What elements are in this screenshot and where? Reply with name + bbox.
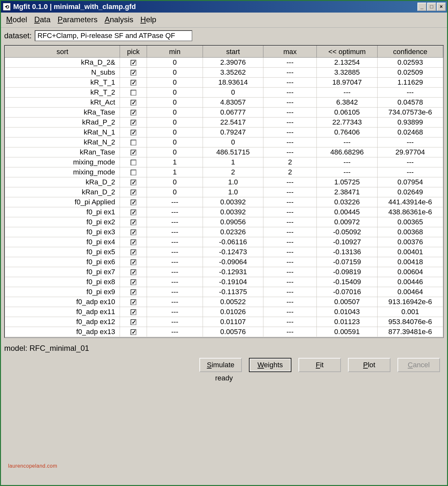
cell-conf[interactable]: 0.93899 bbox=[377, 117, 443, 127]
cell-min[interactable]: --- bbox=[147, 327, 203, 337]
cell-sort[interactable]: f0_adp ex11 bbox=[5, 307, 120, 317]
cell-sort[interactable]: kR_T_2 bbox=[5, 88, 120, 98]
pick-checkbox[interactable] bbox=[131, 90, 136, 96]
cell-max[interactable]: --- bbox=[263, 207, 317, 217]
cell-start[interactable]: 0 bbox=[203, 88, 263, 98]
pick-checkbox[interactable] bbox=[131, 100, 136, 106]
cell-start[interactable]: 2 bbox=[203, 167, 263, 177]
cell-max[interactable]: 2 bbox=[263, 157, 317, 167]
cell-max[interactable]: --- bbox=[263, 147, 317, 157]
cell-pick[interactable] bbox=[120, 177, 147, 187]
cell-conf[interactable]: 1.11629 bbox=[377, 78, 443, 88]
pick-checkbox[interactable] bbox=[131, 329, 136, 335]
cell-start[interactable]: 0.00522 bbox=[203, 297, 263, 307]
cell-sort[interactable]: kRa_D_2 bbox=[5, 177, 120, 187]
cell-start[interactable]: -0.12931 bbox=[203, 267, 263, 277]
cell-min[interactable]: --- bbox=[147, 237, 203, 247]
cell-start[interactable]: 2.39076 bbox=[203, 58, 263, 68]
pick-checkbox[interactable] bbox=[131, 150, 136, 155]
cell-max[interactable]: --- bbox=[263, 197, 317, 207]
pick-checkbox[interactable] bbox=[131, 190, 136, 195]
cancel-button[interactable]: Cancel bbox=[398, 358, 440, 372]
cell-min[interactable]: --- bbox=[147, 307, 203, 317]
col-header-pick[interactable]: pick bbox=[120, 46, 147, 58]
cell-start[interactable]: 0.00392 bbox=[203, 207, 263, 217]
cell-pick[interactable] bbox=[120, 237, 147, 247]
cell-pick[interactable] bbox=[120, 127, 147, 137]
cell-start[interactable]: 1 bbox=[203, 157, 263, 167]
fit-button[interactable]: Fit bbox=[298, 358, 341, 372]
pick-checkbox[interactable] bbox=[131, 279, 136, 285]
cell-max[interactable]: 2 bbox=[263, 167, 317, 177]
pick-checkbox[interactable] bbox=[131, 269, 136, 275]
cell-max[interactable]: --- bbox=[263, 217, 317, 227]
cell-opt[interactable]: -0.05092 bbox=[317, 227, 378, 237]
pick-checkbox[interactable] bbox=[131, 200, 136, 205]
pick-checkbox[interactable] bbox=[131, 299, 136, 305]
cell-conf[interactable]: 438.86361e-6 bbox=[377, 207, 443, 217]
cell-min[interactable]: 1 bbox=[147, 157, 203, 167]
simulate-button[interactable]: Simulate bbox=[199, 358, 242, 372]
pick-checkbox[interactable] bbox=[131, 120, 136, 126]
cell-opt[interactable]: -0.13136 bbox=[317, 247, 378, 257]
cell-start[interactable]: 0.01026 bbox=[203, 307, 263, 317]
cell-conf[interactable]: 0.02468 bbox=[377, 127, 443, 137]
cell-min[interactable]: --- bbox=[147, 297, 203, 307]
cell-conf[interactable]: 0.001 bbox=[377, 307, 443, 317]
pick-checkbox[interactable] bbox=[131, 180, 136, 185]
cell-min[interactable]: 0 bbox=[147, 78, 203, 88]
cell-min[interactable]: --- bbox=[147, 217, 203, 227]
cell-conf[interactable]: --- bbox=[377, 88, 443, 98]
cell-opt[interactable]: --- bbox=[317, 137, 378, 147]
cell-min[interactable]: 0 bbox=[147, 68, 203, 78]
cell-conf[interactable]: 734.07573e-6 bbox=[377, 107, 443, 117]
cell-sort[interactable]: kRan_D_2 bbox=[5, 187, 120, 197]
cell-max[interactable]: --- bbox=[263, 237, 317, 247]
cell-conf[interactable]: 0.00401 bbox=[377, 247, 443, 257]
cell-pick[interactable] bbox=[120, 317, 147, 327]
cell-sort[interactable]: kRan_Tase bbox=[5, 147, 120, 157]
cell-pick[interactable] bbox=[120, 267, 147, 277]
cell-sort[interactable]: mixing_mode bbox=[5, 167, 120, 177]
cell-max[interactable]: --- bbox=[263, 177, 317, 187]
cell-conf[interactable]: 913.16942e-6 bbox=[377, 297, 443, 307]
cell-start[interactable]: -0.12473 bbox=[203, 247, 263, 257]
cell-start[interactable]: 486.51715 bbox=[203, 147, 263, 157]
pick-checkbox[interactable] bbox=[131, 80, 136, 86]
cell-sort[interactable]: f0_pi ex8 bbox=[5, 277, 120, 287]
cell-pick[interactable] bbox=[120, 207, 147, 217]
cell-opt[interactable]: -0.07159 bbox=[317, 257, 378, 267]
cell-pick[interactable] bbox=[120, 157, 147, 167]
cell-sort[interactable]: f0_adp ex13 bbox=[5, 327, 120, 337]
cell-opt[interactable]: 1.05725 bbox=[317, 177, 378, 187]
weights-button[interactable]: Weights bbox=[249, 358, 291, 372]
menu-parameters[interactable]: Parameters bbox=[58, 15, 97, 24]
plot-button[interactable]: Plot bbox=[348, 358, 390, 372]
cell-max[interactable]: --- bbox=[263, 187, 317, 197]
pick-checkbox[interactable] bbox=[131, 60, 136, 66]
cell-conf[interactable]: 0.02593 bbox=[377, 58, 443, 68]
cell-opt[interactable]: 0.76406 bbox=[317, 127, 378, 137]
menu-data[interactable]: Data bbox=[34, 15, 50, 24]
cell-sort[interactable]: f0_pi ex9 bbox=[5, 287, 120, 297]
cell-pick[interactable] bbox=[120, 147, 147, 157]
cell-conf[interactable]: 0.00368 bbox=[377, 227, 443, 237]
cell-pick[interactable] bbox=[120, 167, 147, 177]
cell-pick[interactable] bbox=[120, 287, 147, 297]
cell-opt[interactable]: 0.03226 bbox=[317, 197, 378, 207]
cell-pick[interactable] bbox=[120, 247, 147, 257]
col-header-optimum[interactable]: << optimum bbox=[317, 46, 378, 58]
cell-pick[interactable] bbox=[120, 107, 147, 117]
cell-max[interactable]: --- bbox=[263, 78, 317, 88]
cell-conf[interactable]: 0.00604 bbox=[377, 267, 443, 277]
cell-start[interactable]: -0.19104 bbox=[203, 277, 263, 287]
cell-max[interactable]: --- bbox=[263, 267, 317, 277]
col-header-max[interactable]: max bbox=[263, 46, 317, 58]
minimize-button[interactable]: _ bbox=[417, 3, 426, 11]
cell-conf[interactable]: 0.07954 bbox=[377, 177, 443, 187]
cell-conf[interactable]: --- bbox=[377, 157, 443, 167]
cell-min[interactable]: --- bbox=[147, 257, 203, 267]
cell-sort[interactable]: f0_pi Applied bbox=[5, 197, 120, 207]
cell-max[interactable]: --- bbox=[263, 307, 317, 317]
cell-conf[interactable]: 0.00446 bbox=[377, 277, 443, 287]
